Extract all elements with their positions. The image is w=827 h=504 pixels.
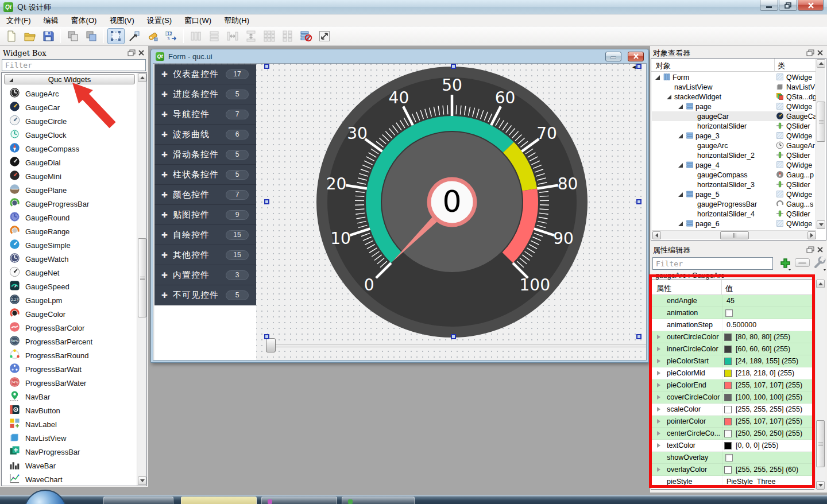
layout-form-button[interactable]	[279, 28, 296, 44]
nav-item-5[interactable]: ✚柱状条控件5	[154, 165, 256, 185]
widget-item-GaugeSimple[interactable]: GaugeSimple	[2, 238, 136, 252]
minimize-button[interactable]	[760, 0, 778, 11]
close-button[interactable]	[798, 0, 824, 11]
widget-item-GaugePlane[interactable]: GaugePlane	[2, 183, 136, 197]
expander-icon[interactable]	[678, 104, 683, 109]
collapsed-triangle-icon[interactable]	[657, 371, 660, 375]
remove-property-button[interactable]	[795, 258, 810, 267]
widget-item-NavBar[interactable]: NavBar	[2, 390, 136, 404]
selection-handle[interactable]	[636, 64, 641, 69]
form-canvas[interactable]: ✚仪表盘控件17✚进度条控件5✚导航控件7✚波形曲线6✚滑动条控件5✚柱状条控件…	[153, 63, 647, 360]
add-dynamic-property-button[interactable]	[776, 254, 793, 272]
edit-signals-slots-button[interactable]	[126, 28, 143, 44]
collapsed-triangle-icon[interactable]	[657, 395, 660, 400]
tree-row-gaugeArc[interactable]: gaugeArcGaugeAr	[652, 141, 805, 150]
widget-item-GaugeCompass[interactable]: GaugeCompass	[2, 142, 136, 156]
property-row-animationStep[interactable]: animationStep0.500000	[652, 319, 814, 331]
collapsed-triangle-icon[interactable]	[657, 467, 660, 472]
widget-item-NavButton[interactable]: NavButton	[2, 404, 136, 417]
expander-icon[interactable]	[667, 95, 671, 99]
widget-item-ProgressBarWater[interactable]: 74%ProgressBarWater	[2, 376, 136, 390]
property-filter-input[interactable]	[652, 257, 773, 270]
tree-row-gaugeCompass[interactable]: gaugeCompassGaug...p	[652, 170, 805, 180]
tree-row-horizontalSlider_4[interactable]: horizontalSlider_4QSlider	[652, 209, 805, 219]
property-row-innerCircleColor[interactable]: innerCircleColor[60, 60, 60] (255)	[652, 343, 814, 355]
selection-handle[interactable]	[451, 334, 456, 339]
widget-item-WaveBar[interactable]: WaveBar	[2, 459, 136, 472]
expander-icon[interactable]	[678, 134, 683, 138]
selection-handle[interactable]	[264, 334, 269, 339]
widget-item-GaugeNet[interactable]: GaugeNet	[2, 266, 136, 280]
widget-item-GaugeClock[interactable]: GaugeClock	[2, 128, 136, 142]
selection-handle[interactable]	[636, 334, 641, 339]
adjust-size-button[interactable]	[316, 28, 333, 44]
widget-item-WaveChart[interactable]: WaveChart	[2, 472, 136, 486]
widget-filter[interactable]	[2, 59, 146, 71]
view-windows-b-button[interactable]	[83, 28, 100, 44]
tree-row-stackedWidget[interactable]: stackedWidgetQSta...dg	[652, 92, 805, 102]
form-close-button[interactable]	[628, 52, 644, 61]
property-row-pointerColor[interactable]: pointerColor[255, 107, 107] (255)	[652, 416, 814, 428]
nav-item-3[interactable]: ✚波形曲线6	[154, 125, 256, 145]
widget-item-GaugeCar[interactable]: GaugeCar	[2, 100, 136, 114]
property-vscrollbar[interactable]	[815, 280, 825, 490]
inspector-hscrollbar[interactable]	[652, 230, 816, 239]
selection-handle[interactable]	[636, 199, 641, 204]
menu-item-3[interactable]: 视图(V)	[103, 14, 140, 26]
close-dock-icon[interactable]	[817, 48, 824, 59]
nav-item-8[interactable]: ✚自绘控件15	[154, 225, 256, 245]
expander-icon[interactable]	[655, 75, 660, 80]
collapsed-triangle-icon[interactable]	[657, 443, 660, 448]
property-row-endAngle[interactable]: endAngle45	[652, 295, 814, 307]
collapsed-triangle-icon[interactable]	[657, 419, 660, 424]
start-button[interactable]	[24, 490, 67, 504]
widget-item-NavLabel[interactable]: NavLabel	[2, 417, 136, 431]
tree-row-gaugeProgressBar[interactable]: gaugeProgressBarGaug...s	[652, 199, 805, 209]
float-dock-icon[interactable]	[127, 48, 136, 59]
widget-filter-input[interactable]	[2, 59, 146, 71]
break-layout-button[interactable]	[297, 28, 315, 44]
property-row-pieStyle[interactable]: pieStylePieStyle_Three	[652, 476, 814, 488]
tree-row-horizontalSlider_3[interactable]: horizontalSlider_3QSlider	[652, 180, 805, 189]
layout-grid-button[interactable]	[261, 28, 278, 44]
widget-item-GaugeLpm[interactable]: 2.27GaugeLpm	[2, 293, 136, 307]
column-property[interactable]: 属性	[656, 284, 671, 294]
column-value[interactable]: 值	[725, 284, 733, 294]
widget-item-ProgressBarPercent[interactable]: 50%ProgressBarPercent	[2, 335, 136, 348]
collapsed-triangle-icon[interactable]	[657, 383, 660, 387]
tree-row-horizontalSlider[interactable]: horizontalSliderQSlider	[652, 121, 805, 131]
selection-handle[interactable]	[264, 64, 269, 69]
nav-item-11[interactable]: ✚不可见控件5	[154, 285, 256, 305]
widget-item-ProgressBarColor[interactable]: ProgressBarColor	[2, 321, 136, 335]
property-row-pieColorMid[interactable]: pieColorMid[218, 218, 0] (255)	[652, 367, 814, 379]
close-dock-icon[interactable]	[138, 48, 145, 59]
save-form-button[interactable]	[40, 28, 57, 44]
column-class[interactable]: 类	[778, 61, 785, 71]
nav-item-7[interactable]: ✚贴图控件9	[154, 205, 256, 225]
horizontal-slider[interactable]	[271, 344, 647, 347]
property-row-showOverlay[interactable]: showOverlay	[652, 452, 814, 464]
tree-row-gaugeCar[interactable]: gaugeCarGaugeCa	[652, 111, 805, 121]
taskbar-button[interactable]	[261, 497, 337, 504]
collapsed-triangle-icon[interactable]	[657, 335, 660, 339]
float-dock-icon[interactable]	[806, 48, 814, 59]
selection-handle[interactable]	[451, 64, 456, 69]
property-row-centerCircleCo[interactable]: centerCircleCo...[250, 250, 250] (255)	[652, 428, 814, 440]
property-row-overlayColor[interactable]: overlayColor[255, 255, 255] (60)	[652, 464, 814, 476]
property-row-animation[interactable]: animation	[652, 307, 814, 319]
quc-widgets-header[interactable]: Quc Widgets	[4, 74, 135, 84]
form-minimize-button[interactable]	[605, 52, 621, 61]
menu-item-6[interactable]: 帮助(H)	[218, 14, 256, 26]
collapsed-triangle-icon[interactable]	[657, 359, 660, 363]
menu-item-5[interactable]: 窗口(W)	[178, 14, 218, 26]
widget-item-GaugeCircle[interactable]: GaugeCircle	[2, 114, 136, 128]
tree-row-page_6[interactable]: page_6QWidge	[652, 219, 805, 228]
open-form-button[interactable]	[21, 28, 38, 44]
checkbox-unchecked[interactable]	[725, 454, 733, 462]
restore-button[interactable]	[779, 0, 797, 11]
scrollbar-handle[interactable]	[138, 238, 146, 317]
view-windows-a-button[interactable]	[64, 28, 82, 44]
tree-row-page_5[interactable]: page_5QWidge	[652, 189, 805, 199]
nav-item-0[interactable]: ✚仪表盘控件17	[154, 64, 256, 84]
property-row-pieColorEnd[interactable]: pieColorEnd[255, 107, 107] (255)	[652, 379, 814, 391]
